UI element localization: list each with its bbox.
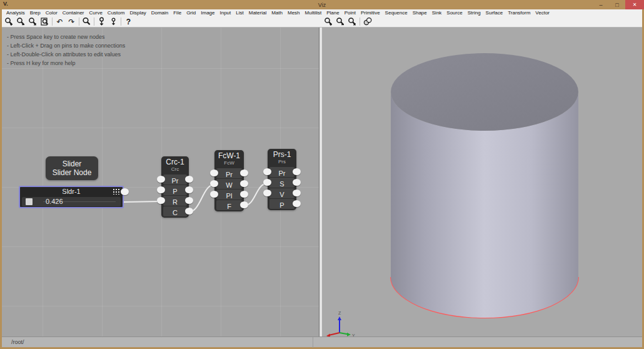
output-pin[interactable] [185, 176, 193, 183]
output-pin[interactable] [121, 188, 129, 195]
menu-item[interactable]: Sink [430, 10, 445, 16]
pin-label[interactable]: Pr [279, 169, 286, 177]
input-pin[interactable] [263, 179, 271, 186]
menu-item[interactable]: Source [444, 10, 465, 16]
cylinder-top-face[interactable] [391, 53, 578, 131]
pin-label[interactable]: P [279, 201, 284, 209]
view-zoom-in-button[interactable] [323, 17, 335, 27]
output-pin[interactable] [293, 179, 301, 186]
menu-item[interactable]: Surface [483, 10, 506, 16]
zoom-cancel-button[interactable] [27, 17, 39, 27]
slider-value[interactable]: 0.426 [46, 198, 63, 205]
output-pin[interactable] [240, 201, 248, 208]
menu-item[interactable]: Curve [87, 10, 105, 16]
menu-item[interactable]: File [171, 10, 184, 16]
node-prs-1[interactable]: Prs-1 Prs Pr S V [268, 149, 296, 210]
menu-item[interactable]: Point [342, 10, 358, 16]
pin-label[interactable]: S [279, 180, 284, 188]
help-line: - Left-Click + Drag on pins to make conn… [7, 41, 125, 50]
slider-handle[interactable] [26, 198, 33, 205]
pin-label[interactable]: Pr [226, 171, 233, 178]
drag-handle-icon[interactable] [113, 188, 121, 195]
output-pin[interactable] [185, 186, 193, 193]
update-pins-button[interactable] [96, 17, 108, 27]
menu-item[interactable]: Domain [149, 10, 171, 16]
pin-label[interactable]: F [227, 203, 231, 210]
input-pin[interactable] [157, 176, 165, 183]
menu-item[interactable]: Custom [105, 10, 128, 16]
menu-item[interactable]: Vector [533, 10, 552, 16]
menu-item[interactable]: Display [127, 10, 148, 16]
menu-item[interactable]: Image [198, 10, 217, 16]
slider-control[interactable]: 0.426 [22, 197, 121, 206]
input-pin[interactable] [210, 180, 218, 187]
output-pin[interactable] [185, 197, 193, 204]
output-pin[interactable] [185, 208, 193, 215]
wire-slider-to-crc[interactable] [123, 201, 161, 202]
input-pin[interactable] [157, 186, 165, 193]
pin-label[interactable]: V [279, 191, 284, 198]
zoom-out-button[interactable] [15, 17, 27, 27]
menu-item[interactable]: Container [60, 10, 87, 16]
maximize-button[interactable]: □ [609, 0, 625, 9]
zoom-search-button[interactable] [81, 17, 93, 27]
input-pin[interactable] [157, 197, 165, 204]
pin-label[interactable]: Pr [172, 177, 179, 185]
menu-item[interactable]: Math [269, 10, 285, 16]
menu-item[interactable]: Brep [28, 10, 43, 16]
output-pin[interactable] [240, 180, 248, 187]
menu-item[interactable]: Shape [410, 10, 430, 16]
pin-label[interactable]: R [173, 198, 178, 206]
pin-label[interactable]: W [226, 181, 232, 189]
menu-item[interactable]: Transform [505, 10, 533, 16]
menu-item[interactable]: Mesh [285, 10, 303, 16]
zoom-extents-button[interactable] [39, 17, 51, 27]
toolbar-separator [121, 18, 121, 26]
output-pin[interactable] [240, 169, 248, 176]
redo-button[interactable]: ↷ [66, 17, 78, 27]
menu-item[interactable]: List [233, 10, 246, 16]
z-axis-arrow [338, 316, 341, 320]
output-pin[interactable] [293, 190, 301, 196]
minimize-button[interactable]: – [593, 0, 609, 9]
input-pin[interactable] [263, 190, 271, 196]
close-button[interactable]: ✕ [625, 0, 644, 9]
menu-item[interactable]: Analysis [4, 10, 28, 16]
y-axis-arrow [347, 333, 351, 336]
menu-item[interactable]: Multilist [303, 10, 325, 16]
pin-label[interactable]: Pl [226, 192, 233, 200]
output-pin[interactable] [240, 191, 248, 198]
zoom-in-button[interactable] [3, 17, 15, 27]
menu-item[interactable]: Input [217, 10, 233, 16]
menu-item[interactable]: String [465, 10, 483, 16]
output-pin[interactable] [293, 168, 301, 175]
pin-label[interactable]: P [173, 188, 177, 195]
view-zoom-out-button[interactable] [335, 17, 346, 27]
node-subtitle: Prs [268, 159, 296, 165]
menu-item[interactable]: Color [43, 10, 60, 16]
input-pin[interactable] [210, 191, 218, 198]
node-fcw-1[interactable]: FcW-1 FcW Pr W Pl [214, 150, 244, 211]
display-spheres-button[interactable] [361, 17, 373, 27]
node-editor-canvas[interactable]: - Press Space key to create new nodes- L… [2, 28, 319, 336]
viewport-3d[interactable]: Z X Y [322, 28, 642, 336]
menu-item[interactable]: Material [246, 10, 269, 16]
menu-item[interactable]: Plane [324, 10, 341, 16]
node-crc-1[interactable]: Crc-1 Crc Pr P R [161, 156, 189, 218]
z-axis-label: Z [338, 311, 341, 315]
undo-button[interactable]: ↶ [54, 17, 66, 27]
output-pin[interactable] [293, 200, 301, 207]
node-type-tooltip: SliderSlider Node [46, 156, 98, 180]
menu-item[interactable]: Sequence [383, 10, 410, 16]
input-pin[interactable] [210, 169, 218, 176]
input-pin[interactable] [263, 168, 271, 175]
pin-label[interactable]: C [173, 209, 178, 216]
update-pins-alt-button[interactable] [108, 17, 119, 27]
view-zoom-cancel-button[interactable] [346, 17, 358, 27]
update-pins-icon [97, 17, 106, 26]
menu-item[interactable]: Grid [184, 10, 198, 16]
title-bar[interactable]: V. Viz – □ ✕ [0, 0, 644, 9]
node-sldr-1[interactable]: Sldr-1 0.426 [19, 186, 124, 208]
help-button[interactable]: ? [123, 17, 134, 27]
menu-item[interactable]: Primitive [358, 10, 383, 16]
